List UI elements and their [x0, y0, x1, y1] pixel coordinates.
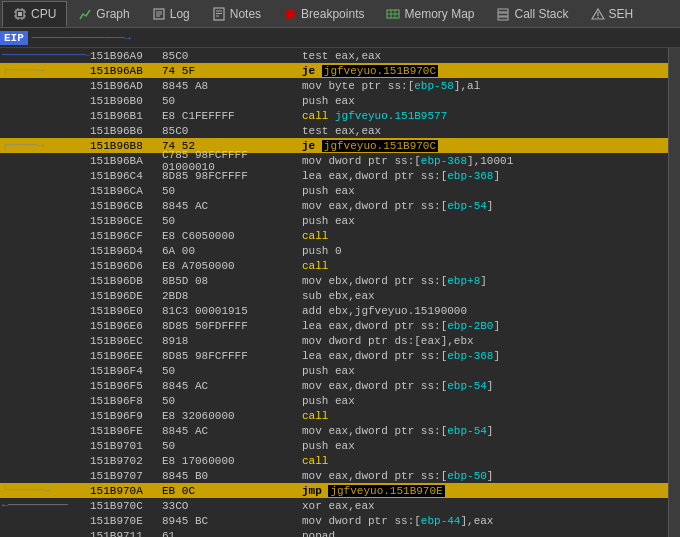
disasm: xor eax,eax	[302, 500, 668, 512]
table-row[interactable]: 151B96F850push eax	[0, 393, 668, 408]
table-row[interactable]: 151B96EC8918mov dword ptr ds:[eax],ebx	[0, 333, 668, 348]
table-row[interactable]: 151B96BAC785 98FCFFFF 01000010mov dword …	[0, 153, 668, 168]
address: 151B96B6	[90, 125, 162, 137]
table-row[interactable]: 151B96CFE8 C6050000call	[0, 228, 668, 243]
disasm: call	[302, 455, 668, 467]
table-row[interactable]: 151B96B050push eax	[0, 93, 668, 108]
disasm: call	[302, 260, 668, 272]
bytes: 8845 AC	[162, 380, 302, 392]
tab-memory-map-label: Memory Map	[404, 7, 474, 21]
table-row[interactable]: 151B96B685C0test eax,eax	[0, 123, 668, 138]
address: 151B9702	[90, 455, 162, 467]
tab-cpu[interactable]: CPU	[2, 1, 67, 27]
table-row[interactable]: ←──────────151B970C33COxor eax,eax	[0, 498, 668, 513]
vertical-scrollbar[interactable]	[668, 48, 680, 537]
table-row[interactable]: 151B9702E8 17060000call	[0, 453, 668, 468]
tab-graph[interactable]: Graph	[67, 1, 140, 27]
bytes: 8918	[162, 335, 302, 347]
address: 151B96E6	[90, 320, 162, 332]
table-row[interactable]: 151B971161popad	[0, 528, 668, 537]
address: 151B96F5	[90, 380, 162, 392]
disasm: push eax	[302, 215, 668, 227]
address: 151B96CE	[90, 215, 162, 227]
table-row[interactable]: 151B96C48D85 98FCFFFFlea eax,dword ptr s…	[0, 168, 668, 183]
address: 151B96F9	[90, 410, 162, 422]
table-row[interactable]: 151B96DB8B5D 08mov ebx,dword ptr ss:[ebp…	[0, 273, 668, 288]
disasm: lea eax,dword ptr ss:[ebp-2B0]	[302, 320, 668, 332]
table-row[interactable]: ┌─────→151B96B874 52je jgfveyuo.151B970C	[0, 138, 668, 153]
table-row[interactable]: 151B96E081C3 00001915add ebx,jgfveyuo.15…	[0, 303, 668, 318]
table-row[interactable]: 151B96CB8845 ACmov eax,dword ptr ss:[ebp…	[0, 198, 668, 213]
arrow-col: └──────→	[0, 485, 90, 496]
tab-seh[interactable]: SEH	[580, 1, 645, 27]
tab-call-stack[interactable]: Call Stack	[485, 1, 579, 27]
eip-arrow: ──────────────→	[30, 32, 133, 44]
disasm-lines[interactable]: ──────────────→151B96A985C0test eax,eax …	[0, 48, 668, 537]
address: 151B96C4	[90, 170, 162, 182]
bytes: E8 A7050000	[162, 260, 302, 272]
tab-memory-map[interactable]: Memory Map	[375, 1, 485, 27]
table-row[interactable]: 151B96F9E8 32060000call	[0, 408, 668, 423]
table-row[interactable]: 151B96E68D85 50FDFFFFlea eax,dword ptr s…	[0, 318, 668, 333]
table-row[interactable]: 151B96AD8845 A8mov byte ptr ss:[ebp-58],…	[0, 78, 668, 93]
log-icon	[152, 7, 166, 21]
address: 151B96B0	[90, 95, 162, 107]
disasm: mov eax,dword ptr ss:[ebp-54]	[302, 425, 668, 437]
tab-notes[interactable]: Notes	[201, 1, 272, 27]
tab-log[interactable]: Log	[141, 1, 201, 27]
breakpoints-icon	[283, 7, 297, 21]
tab-graph-label: Graph	[96, 7, 129, 21]
table-row[interactable]: 151B96F450push eax	[0, 363, 668, 378]
tab-breakpoints[interactable]: Breakpoints	[272, 1, 375, 27]
svg-rect-1	[18, 12, 22, 16]
table-row[interactable]: 151B96EE8D85 98FCFFFFlea eax,dword ptr s…	[0, 348, 668, 363]
seh-icon	[591, 7, 605, 21]
bytes: 33CO	[162, 500, 302, 512]
bytes: E8 32060000	[162, 410, 302, 422]
table-row[interactable]: 151B970E8945 BCmov dword ptr ss:[ebp-44]…	[0, 513, 668, 528]
bytes: 74 5F	[162, 65, 302, 77]
bytes: 8D85 98FCFFFF	[162, 350, 302, 362]
bytes: 61	[162, 530, 302, 538]
table-row[interactable]: 151B970150push eax	[0, 438, 668, 453]
bytes: EB 0C	[162, 485, 302, 497]
address: 151B9701	[90, 440, 162, 452]
disasm: mov eax,dword ptr ss:[ebp-50]	[302, 470, 668, 482]
address: 151B96D6	[90, 260, 162, 272]
disasm: popad	[302, 530, 668, 538]
table-row[interactable]: 151B97078845 B0mov eax,dword ptr ss:[ebp…	[0, 468, 668, 483]
address: 151B96EE	[90, 350, 162, 362]
table-row[interactable]: 151B96DE2BD8sub ebx,eax	[0, 288, 668, 303]
bytes: 8845 AC	[162, 200, 302, 212]
table-row[interactable]: 151B96F58845 ACmov eax,dword ptr ss:[ebp…	[0, 378, 668, 393]
disasm: call jgfveyuo.151B9577	[302, 110, 668, 122]
cpu-icon	[13, 7, 27, 21]
address: 151B9707	[90, 470, 162, 482]
notes-icon	[212, 7, 226, 21]
bytes: E8 17060000	[162, 455, 302, 467]
table-row[interactable]: 151B96D6E8 A7050000call	[0, 258, 668, 273]
table-row[interactable]: 151B96D46A 00push 0	[0, 243, 668, 258]
address: 151B96A9	[90, 50, 162, 62]
arrow-col: ┌─────→	[0, 65, 90, 76]
disasm: mov eax,dword ptr ss:[ebp-54]	[302, 200, 668, 212]
disasm: je jgfveyuo.151B970C	[302, 140, 668, 152]
address: 151B96F8	[90, 395, 162, 407]
table-row[interactable]: ┌─────→151B96AB74 5Fje jgfveyuo.151B970C	[0, 63, 668, 78]
bytes: 8845 AC	[162, 425, 302, 437]
bytes: 81C3 00001915	[162, 305, 302, 317]
table-row[interactable]: ──────────────→151B96A985C0test eax,eax	[0, 48, 668, 63]
address: 151B96CF	[90, 230, 162, 242]
bytes: 50	[162, 440, 302, 452]
address: 151B970C	[90, 500, 162, 512]
disasm: test eax,eax	[302, 50, 668, 62]
address: 151B96CA	[90, 185, 162, 197]
table-row[interactable]: 151B96B1E8 C1FEFFFFcall jgfveyuo.151B957…	[0, 108, 668, 123]
disasm: mov byte ptr ss:[ebp-58],al	[302, 80, 668, 92]
table-row[interactable]: 151B96FE8845 ACmov eax,dword ptr ss:[ebp…	[0, 423, 668, 438]
address: 151B96DB	[90, 275, 162, 287]
table-row[interactable]: 151B96CA50push eax	[0, 183, 668, 198]
table-row[interactable]: 151B96CE50push eax	[0, 213, 668, 228]
disasm-container: ──────────────→151B96A985C0test eax,eax …	[0, 48, 680, 537]
table-row[interactable]: └──────→151B970AEB 0Cjmp jgfveyuo.151B97…	[0, 483, 668, 498]
